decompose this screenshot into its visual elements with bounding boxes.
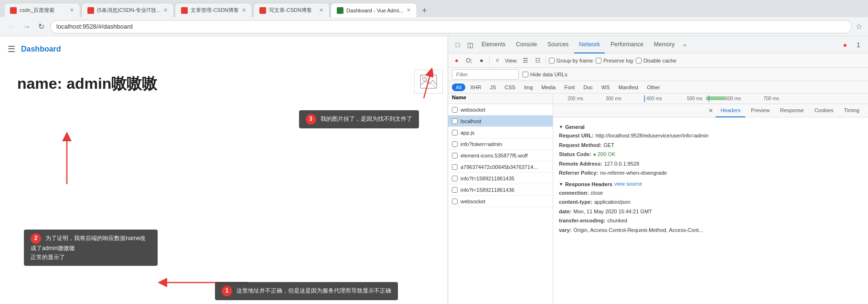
filter-manifest[interactable]: Manifest	[615, 84, 643, 91]
row-checkbox-4[interactable]	[452, 153, 458, 158]
network-row-4[interactable]: element-icons.535877f5.woff	[448, 150, 553, 161]
network-row-1[interactable]: localhost	[448, 115, 553, 127]
network-row-8[interactable]: websocket	[448, 196, 553, 207]
referrer-key: Referrer Policy:	[559, 169, 598, 177]
network-row-5[interactable]: a796374472c00645b34763714...	[448, 161, 553, 173]
filter-icon[interactable]: ▿	[493, 56, 502, 65]
devtools-settings-icon[interactable]: 1	[853, 39, 864, 51]
network-row-3[interactable]: info?token=admin	[448, 138, 553, 150]
tab-close-3[interactable]: ✕	[319, 7, 323, 13]
tick-300: 300 ms	[606, 96, 622, 101]
hide-data-urls-checkbox[interactable]	[523, 72, 528, 77]
devtools-inspect-icon[interactable]: □	[452, 39, 463, 51]
forward-button[interactable]: →	[21, 21, 32, 33]
hamburger-icon[interactable]: ☰	[8, 44, 15, 54]
filter-font[interactable]: Font	[560, 84, 579, 91]
devtools-device-icon[interactable]: ◫	[464, 39, 476, 51]
camera-button[interactable]: ●	[477, 56, 486, 65]
network-row-6[interactable]: info?t=1589211861435	[448, 173, 553, 184]
row-checkbox-6[interactable]	[452, 176, 458, 181]
detail-tab-preview[interactable]: Preview	[746, 104, 774, 117]
tab-sources[interactable]: Sources	[543, 36, 573, 53]
row-name-1: localhost	[461, 118, 549, 124]
details-tabs: ✕ Headers Preview Response Cookies Timin…	[553, 104, 868, 117]
tab-close-4[interactable]: ✕	[407, 7, 411, 13]
tab-label-0: csdn_百度搜索	[20, 7, 54, 14]
tab-console[interactable]: Console	[511, 36, 542, 53]
tab-0[interactable]: csdn_百度搜索 ✕	[4, 3, 80, 17]
view-source-link[interactable]: view source	[614, 181, 642, 187]
detail-tab-cookies[interactable]: Cookies	[810, 104, 838, 117]
close-details-button[interactable]: ✕	[707, 107, 715, 115]
webpage-content: ☰ Dashboard name: admin嗷嗷嗷	[0, 36, 448, 304]
tab-2[interactable]: 文章管理-CSDN博客 ✕	[175, 3, 252, 17]
tab-4[interactable]: Dashboard - Vue Admi... ✕	[331, 3, 417, 17]
network-row-7[interactable]: info?t=1589211861436	[448, 184, 553, 196]
network-row-0[interactable]: websocket	[448, 104, 553, 115]
row-checkbox-1[interactable]	[452, 118, 458, 124]
bookmark-icon[interactable]: ☆	[856, 22, 862, 31]
filter-doc[interactable]: Doc	[579, 84, 597, 91]
row-checkbox-7[interactable]	[452, 187, 458, 193]
filter-input[interactable]	[452, 69, 519, 80]
group-by-frame-label[interactable]: Group by frame	[549, 58, 593, 63]
view-list-icon[interactable]: ☰	[521, 56, 530, 65]
transfer-row: transfer-encoding: chunked	[559, 217, 862, 225]
filter-css[interactable]: CSS	[501, 84, 519, 91]
row-checkbox-0[interactable]	[452, 107, 458, 113]
name-display: name: admin嗷嗷嗷	[17, 73, 430, 94]
disable-cache-label[interactable]: Disable cache	[636, 58, 676, 63]
remote-addr-row: Remote Address: 127.0.0.1:9528	[559, 160, 862, 168]
disable-cache-checkbox[interactable]	[636, 58, 642, 63]
refresh-button[interactable]: ↻	[36, 20, 46, 33]
tab-label-3: 写文章-CSDN博客	[269, 7, 312, 14]
network-row-2[interactable]: app.js	[448, 127, 553, 138]
group-by-frame-checkbox[interactable]	[549, 58, 555, 63]
clear-button[interactable]: O;	[464, 56, 474, 65]
view-detail-icon[interactable]: ☷	[533, 56, 543, 65]
filter-js[interactable]: JS	[486, 84, 500, 91]
devtools-more-tabs[interactable]: »	[680, 42, 689, 48]
svg-point-2	[423, 77, 427, 81]
tick-200: 200 ms	[568, 96, 583, 101]
detail-tab-headers[interactable]: Headers	[716, 104, 745, 117]
record-button[interactable]: ●	[452, 56, 461, 65]
tab-close-1[interactable]: ✕	[163, 7, 168, 13]
tick-700: 700 ms	[763, 96, 779, 101]
detail-tab-timing[interactable]: Timing	[839, 104, 864, 117]
tab-close-2[interactable]: ✕	[242, 7, 246, 13]
tab-1[interactable]: (5条消息)CSDN-专业IT技... ✕	[81, 3, 174, 17]
row-checkbox-5[interactable]	[452, 164, 458, 170]
address-input[interactable]	[50, 20, 852, 33]
tab-memory[interactable]: Memory	[649, 36, 679, 53]
preserve-log-checkbox[interactable]	[596, 58, 601, 63]
general-section-title: General	[559, 124, 862, 130]
filter-ws[interactable]: WS	[598, 84, 614, 91]
detail-tab-response[interactable]: Response	[775, 104, 809, 117]
new-tab-button[interactable]: +	[418, 4, 431, 17]
devtools-tab-bar: □ ◫ Elements Console Sources Network Per…	[448, 36, 868, 53]
annot1-text: 这里地址并不正确，但是这是因为服务代理而导致显示不正确	[236, 287, 391, 294]
filter-media[interactable]: Media	[537, 84, 559, 91]
status-code-row: Status Code: ● 200 OK	[559, 150, 862, 158]
row-checkbox-3[interactable]	[452, 141, 458, 147]
tab-network[interactable]: Network	[574, 36, 605, 53]
hide-data-urls-label[interactable]: Hide data URLs	[523, 72, 568, 77]
preserve-log-label[interactable]: Preserve log	[596, 58, 633, 63]
tab-close-0[interactable]: ✕	[70, 7, 74, 13]
tab-elements[interactable]: Elements	[477, 36, 510, 53]
close-devtools-icon[interactable]: ●	[839, 39, 851, 51]
back-button[interactable]: ←	[6, 21, 17, 33]
row-checkbox-8[interactable]	[452, 199, 458, 204]
tab-performance[interactable]: Performance	[606, 36, 648, 53]
tab-3[interactable]: 写文章-CSDN博客 ✕	[253, 3, 330, 17]
tab-label-2: 文章管理-CSDN博客	[191, 7, 239, 14]
response-headers-header: Response Headers view source	[559, 178, 862, 189]
filter-all[interactable]: All	[452, 84, 465, 91]
row-checkbox-2[interactable]	[452, 130, 458, 136]
tab-label-1: (5条消息)CSDN-专业IT技...	[97, 7, 161, 14]
filter-xhr[interactable]: XHR	[466, 84, 485, 91]
filter-other[interactable]: Other	[643, 84, 664, 91]
filter-img[interactable]: Img	[520, 84, 536, 91]
view-label: View:	[505, 58, 518, 63]
